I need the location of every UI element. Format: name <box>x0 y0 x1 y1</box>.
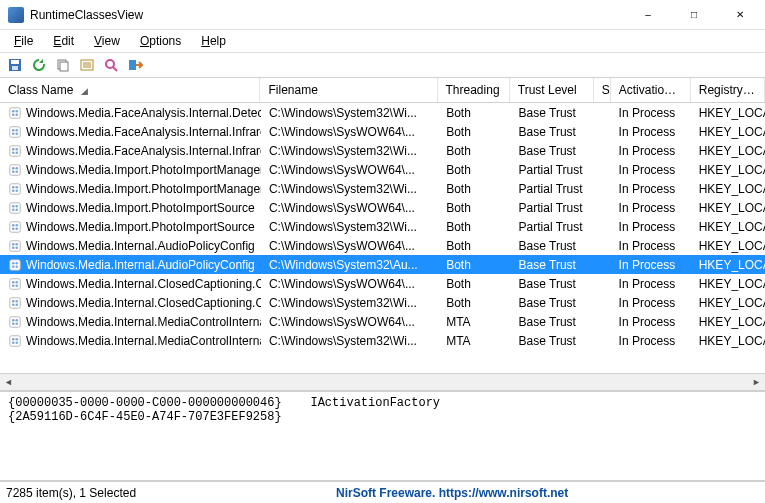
cell-activation: In Process <box>611 201 691 215</box>
cell-threading: Both <box>438 106 510 120</box>
minimize-button[interactable]: – <box>625 0 671 30</box>
maximize-button[interactable]: □ <box>671 0 717 30</box>
cell-threading: Both <box>438 163 510 177</box>
menu-file[interactable]: File <box>6 32 41 50</box>
table-row[interactable]: Windows.Media.Internal.MediaControlInter… <box>0 331 765 350</box>
cell-filename: C:\Windows\System32\Wi... <box>261 182 438 196</box>
svg-point-64 <box>15 299 18 302</box>
exit-icon[interactable] <box>126 56 144 74</box>
detail-panel[interactable]: {00000035-0000-0000-C000-000000000046} I… <box>0 391 765 481</box>
svg-line-10 <box>113 67 117 71</box>
table-row[interactable]: Windows.Media.Import.PhotoImportSourceC:… <box>0 198 765 217</box>
class-icon <box>8 220 22 234</box>
class-icon <box>8 163 22 177</box>
svg-point-51 <box>15 246 18 249</box>
col-s[interactable]: S <box>594 78 611 102</box>
cell-class-name: Windows.Media.Internal.AudioPolicyConfig <box>0 239 261 253</box>
svg-point-58 <box>12 280 15 283</box>
table-row[interactable]: Windows.Media.Import.PhotoImportManagerC… <box>0 160 765 179</box>
svg-point-29 <box>15 166 18 169</box>
svg-rect-27 <box>10 164 21 175</box>
svg-point-39 <box>15 204 18 207</box>
svg-rect-67 <box>10 316 21 327</box>
cell-activation: In Process <box>611 334 691 348</box>
class-icon <box>8 201 22 215</box>
cell-registry: HKEY_LOCA <box>691 106 765 120</box>
titlebar: RuntimeClassesView – □ ✕ <box>0 0 765 30</box>
properties-icon[interactable] <box>78 56 96 74</box>
menu-view[interactable]: View <box>86 32 128 50</box>
refresh-icon[interactable] <box>30 56 48 74</box>
svg-point-71 <box>15 322 18 325</box>
table-row[interactable]: Windows.Media.FaceAnalysis.Internal.Infr… <box>0 122 765 141</box>
copy-icon[interactable] <box>54 56 72 74</box>
svg-point-36 <box>15 189 18 192</box>
col-class-name[interactable]: Class Name◢ <box>0 78 260 102</box>
horizontal-scrollbar[interactable]: ◄ ► <box>0 373 765 390</box>
table-row[interactable]: Windows.Media.Internal.ClosedCaptioning.… <box>0 293 765 312</box>
table-row[interactable]: Windows.Media.FaceAnalysis.Internal.Dete… <box>0 103 765 122</box>
cell-filename: C:\Windows\SysWOW64\... <box>261 201 438 215</box>
toolbar <box>0 53 765 78</box>
cell-class-name: Windows.Media.Internal.MediaControlInter… <box>0 315 261 329</box>
cell-threading: MTA <box>438 315 510 329</box>
svg-point-65 <box>12 303 15 306</box>
status-credit: NirSoft Freeware. https://www.nirsoft.ne… <box>336 486 568 500</box>
cell-class-name: Windows.Media.Import.PhotoImportManager <box>0 163 261 177</box>
table-row[interactable]: Windows.Media.Internal.ClosedCaptioning.… <box>0 274 765 293</box>
table-row[interactable]: Windows.Media.Internal.MediaControlInter… <box>0 312 765 331</box>
close-button[interactable]: ✕ <box>717 0 763 30</box>
scroll-track[interactable] <box>17 374 748 390</box>
class-icon <box>8 315 22 329</box>
cell-registry: HKEY_LOCA <box>691 163 765 177</box>
table-row[interactable]: Windows.Media.Import.PhotoImportManagerC… <box>0 179 765 198</box>
svg-rect-57 <box>10 278 21 289</box>
svg-point-15 <box>12 113 15 116</box>
scroll-left-icon[interactable]: ◄ <box>0 374 17 391</box>
svg-point-50 <box>12 246 15 249</box>
cell-threading: Both <box>438 258 510 272</box>
col-registry-key[interactable]: Registry Key <box>691 78 765 102</box>
cell-registry: HKEY_LOCA <box>691 201 765 215</box>
col-activation[interactable]: Activation ... <box>611 78 691 102</box>
listview: Class Name◢ Filename Threading Trust Lev… <box>0 78 765 391</box>
svg-point-35 <box>12 189 15 192</box>
svg-point-19 <box>15 128 18 131</box>
find-icon[interactable] <box>102 56 120 74</box>
col-trust-level[interactable]: Trust Level <box>510 78 594 102</box>
cell-threading: Both <box>438 220 510 234</box>
cell-threading: Both <box>438 125 510 139</box>
cell-activation: In Process <box>611 125 691 139</box>
cell-threading: Both <box>438 201 510 215</box>
svg-point-74 <box>15 337 18 340</box>
svg-rect-2 <box>12 66 18 70</box>
table-row[interactable]: Windows.Media.Internal.AudioPolicyConfig… <box>0 236 765 255</box>
col-filename[interactable]: Filename <box>260 78 437 102</box>
svg-point-44 <box>15 223 18 226</box>
svg-rect-11 <box>129 60 136 70</box>
class-icon <box>8 277 22 291</box>
svg-rect-42 <box>10 221 21 232</box>
listview-body[interactable]: Windows.Media.FaceAnalysis.Internal.Dete… <box>0 103 765 373</box>
svg-point-68 <box>12 318 15 321</box>
svg-point-14 <box>15 109 18 112</box>
cell-registry: HKEY_LOCA <box>691 182 765 196</box>
cell-class-name: Windows.Media.Internal.ClosedCaptioning.… <box>0 296 261 310</box>
cell-registry: HKEY_LOCA <box>691 125 765 139</box>
save-icon[interactable] <box>6 56 24 74</box>
col-threading[interactable]: Threading <box>438 78 510 102</box>
cell-registry: HKEY_LOCA <box>691 315 765 329</box>
cell-threading: Both <box>438 239 510 253</box>
table-row[interactable]: Windows.Media.Import.PhotoImportSourceC:… <box>0 217 765 236</box>
table-row[interactable]: Windows.Media.Internal.AudioPolicyConfig… <box>0 255 765 274</box>
table-row[interactable]: Windows.Media.FaceAnalysis.Internal.Infr… <box>0 141 765 160</box>
scroll-right-icon[interactable]: ► <box>748 374 765 391</box>
menubar: File Edit View Options Help <box>0 30 765 53</box>
menu-help[interactable]: Help <box>193 32 234 50</box>
svg-point-20 <box>12 132 15 135</box>
svg-point-61 <box>15 284 18 287</box>
menu-edit[interactable]: Edit <box>45 32 82 50</box>
cell-activation: In Process <box>611 315 691 329</box>
class-icon <box>8 334 22 348</box>
menu-options[interactable]: Options <box>132 32 189 50</box>
